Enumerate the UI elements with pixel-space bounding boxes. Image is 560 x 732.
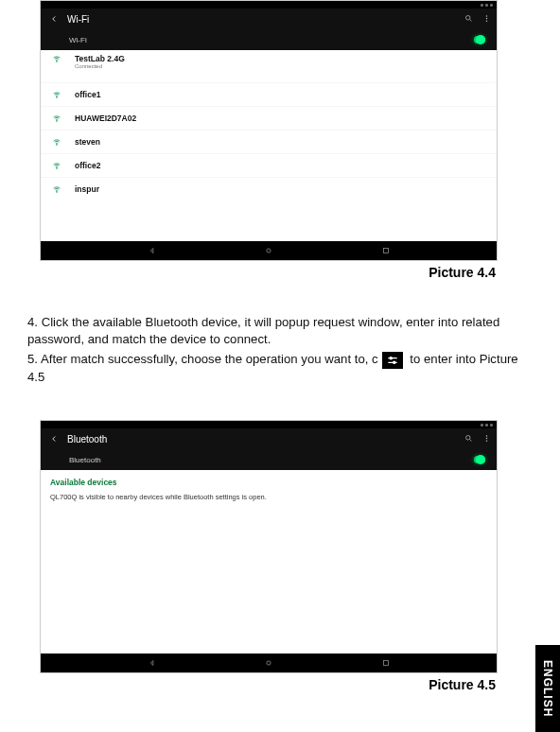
- toggle-on-icon[interactable]: [474, 456, 485, 463]
- toggle-on-icon[interactable]: [474, 36, 485, 44]
- wifi-ssid: TestLab 2.4G: [75, 54, 125, 63]
- svg-point-1: [486, 15, 488, 17]
- wifi-icon: [48, 90, 65, 99]
- wifi-ssid: office2: [75, 161, 100, 170]
- more-icon[interactable]: [482, 434, 491, 444]
- bluetooth-title: Bluetooth: [61, 434, 464, 444]
- wifi-network-item[interactable]: inspur: [41, 177, 497, 200]
- wifi-network-item[interactable]: office2: [41, 153, 497, 177]
- wifi-network-item[interactable]: office1: [41, 82, 497, 106]
- svg-point-12: [390, 357, 392, 358]
- nav-recent-icon[interactable]: [380, 245, 392, 256]
- bluetooth-visible-note: QL700Q is visible to nearby devices whil…: [41, 489, 497, 509]
- wifi-network-item[interactable]: TestLab 2.4G Connected: [41, 50, 497, 82]
- wifi-icon: [48, 161, 65, 170]
- wifi-sub: Connected: [75, 63, 125, 69]
- svg-point-3: [486, 20, 488, 22]
- svg-point-8: [57, 168, 58, 169]
- svg-point-10: [267, 249, 271, 253]
- bluetooth-toggle-row[interactable]: Bluetooth: [41, 449, 497, 470]
- nav-home-icon[interactable]: [263, 245, 274, 256]
- search-icon[interactable]: [464, 14, 473, 25]
- status-bar: [41, 1, 497, 9]
- step5-part-a: 5. After match successfully, choose the …: [27, 352, 378, 366]
- svg-point-0: [466, 15, 471, 20]
- bluetooth-header: Bluetooth: [41, 428, 497, 449]
- status-bar: [41, 421, 497, 428]
- wifi-icon: [48, 54, 65, 63]
- svg-point-13: [393, 361, 394, 363]
- available-devices-label: Available devices: [41, 470, 497, 489]
- wifi-network-item[interactable]: HUAWEI2D7A02: [41, 106, 497, 130]
- figure-caption-1: Picture 4.4: [429, 265, 496, 280]
- wifi-toggle-label: Wi-Fi: [69, 36, 87, 44]
- language-label: ENGLISH: [541, 660, 554, 717]
- wifi-network-list: TestLab 2.4G Connected office1 HUAWEI2D7…: [41, 50, 497, 200]
- language-tab: ENGLISH: [535, 645, 560, 732]
- svg-point-4: [57, 61, 58, 62]
- wifi-ssid: HUAWEI2D7A02: [75, 113, 136, 123]
- svg-point-9: [57, 192, 58, 193]
- svg-point-5: [57, 97, 58, 98]
- svg-point-15: [486, 435, 488, 437]
- android-navbar: [41, 241, 497, 260]
- svg-rect-11: [383, 249, 388, 253]
- svg-point-6: [57, 121, 58, 122]
- wifi-ssid: office1: [75, 90, 100, 99]
- nav-home-icon[interactable]: [263, 657, 274, 669]
- figure-caption-2: Picture 4.5: [429, 677, 496, 692]
- search-icon[interactable]: [464, 434, 473, 444]
- svg-point-17: [486, 440, 488, 442]
- wifi-icon: [48, 113, 65, 123]
- svg-point-7: [57, 145, 58, 146]
- wifi-ssid: steven: [75, 137, 100, 147]
- nav-back-icon[interactable]: [147, 245, 158, 256]
- wifi-header: Wi-Fi: [41, 9, 497, 29]
- svg-point-16: [486, 437, 488, 439]
- android-navbar: [41, 654, 497, 672]
- settings-sliders-icon: [382, 352, 403, 369]
- back-icon[interactable]: [46, 434, 61, 444]
- wifi-icon: [48, 184, 65, 194]
- more-icon[interactable]: [482, 14, 491, 25]
- nav-back-icon[interactable]: [147, 657, 158, 669]
- svg-rect-19: [383, 661, 388, 666]
- svg-point-18: [267, 661, 271, 665]
- nav-recent-icon[interactable]: [380, 657, 392, 669]
- wifi-toggle-row[interactable]: Wi-Fi: [41, 29, 497, 50]
- wifi-network-item[interactable]: steven: [41, 130, 497, 153]
- instruction-step-5: 5. After match successfully, choose the …: [27, 351, 532, 385]
- svg-point-2: [486, 17, 488, 19]
- screenshot-bluetooth: Bluetooth Bluetooth Available devices QL…: [40, 420, 498, 673]
- bluetooth-toggle-label: Bluetooth: [69, 456, 101, 464]
- wifi-ssid: inspur: [75, 184, 99, 194]
- instruction-step-4: 4. Click the available Bluetooth device,…: [27, 314, 532, 348]
- wifi-title: Wi-Fi: [61, 14, 464, 25]
- screenshot-wifi: Wi-Fi Wi-Fi: [40, 0, 498, 261]
- svg-point-14: [466, 435, 471, 440]
- wifi-icon: [48, 137, 65, 147]
- back-icon[interactable]: [46, 14, 61, 24]
